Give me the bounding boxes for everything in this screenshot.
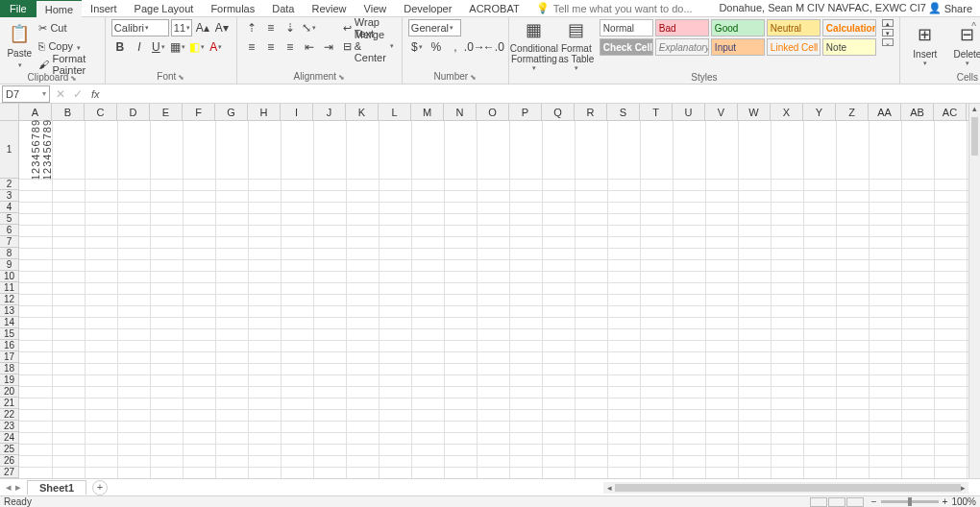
column-header-T[interactable]: T [640,104,673,121]
column-header-AC[interactable]: AC [934,104,967,121]
cut-button[interactable]: ✂Cut [37,19,98,36]
tab-acrobat[interactable]: ACROBAT [460,0,527,17]
row-header-5[interactable]: 5 [0,213,18,225]
zoom-in-button[interactable]: + [943,496,948,507]
accounting-format-button[interactable]: $ [408,38,426,56]
column-header-N[interactable]: N [444,104,477,121]
tab-formulas[interactable]: Formulas [202,0,263,17]
align-top-button[interactable]: ⇡ [243,19,260,36]
row-header-19[interactable]: 19 [0,374,18,386]
italic-button[interactable]: I [131,38,148,56]
column-header-D[interactable]: D [117,104,150,121]
format-painter-button[interactable]: 🖌Format Painter [37,56,98,73]
row-header-4[interactable]: 4 [0,202,18,213]
tab-data[interactable]: Data [263,0,303,17]
increase-decimal-button[interactable]: .0→ [466,38,483,56]
cell-style-check[interactable]: Check Cell [600,38,653,56]
fx-button[interactable]: fx [86,88,105,100]
styles-scroll-up[interactable]: ▴ [882,19,894,27]
borders-button[interactable]: ▦ [169,38,186,56]
column-header-AB[interactable]: AB [901,104,934,121]
alignment-launcher[interactable]: ⬊ [338,73,345,82]
column-header-K[interactable]: K [346,104,379,121]
zoom-out-button[interactable]: − [871,496,877,507]
row-header-15[interactable]: 15 [0,328,18,340]
cell-style-good[interactable]: Good [711,19,765,36]
column-header-O[interactable]: O [477,104,509,121]
new-sheet-button[interactable]: + [92,480,108,495]
column-header-Y[interactable]: Y [803,104,836,121]
column-header-H[interactable]: H [248,104,281,121]
row-header-14[interactable]: 14 [0,317,18,328]
cell-style-normal[interactable]: Normal [600,19,653,36]
insert-cells-button[interactable]: ⊞Insert [906,19,944,72]
fill-color-button[interactable]: ◧ [188,38,206,56]
row-header-11[interactable]: 11 [0,282,18,294]
sheet-nav-next[interactable]: ▸ [15,481,21,494]
row-header-26[interactable]: 26 [0,455,18,467]
tab-developer[interactable]: Developer [395,0,460,17]
underline-button[interactable]: U [150,38,167,56]
normal-view-button[interactable] [810,497,827,507]
cancel-formula-button[interactable]: ✕ [52,85,69,103]
row-header-22[interactable]: 22 [0,409,18,421]
page-break-view-button[interactable] [846,497,864,507]
row-header-16[interactable]: 16 [0,340,18,351]
sheet-nav-prev[interactable]: ◂ [6,481,12,494]
styles-scroll-down[interactable]: ▾ [882,29,894,36]
row-header-24[interactable]: 24 [0,432,18,444]
column-header-M[interactable]: M [411,104,444,121]
sheet-tab-1[interactable]: Sheet1 [27,480,86,495]
font-color-button[interactable]: A [208,38,225,56]
horizontal-scrollbar[interactable]: ◂ ▸ [603,482,968,494]
orientation-button[interactable]: ⤡ [301,19,318,36]
cell-b1[interactable]: 123456789 [31,121,63,179]
increase-indent-button[interactable]: ⇥ [320,38,337,56]
column-header-AA[interactable]: AA [869,104,901,121]
page-layout-view-button[interactable] [828,497,845,507]
column-header-R[interactable]: R [575,104,607,121]
vscroll-thumb[interactable] [971,117,978,156]
styles-more[interactable]: ⌄ [882,38,894,46]
column-header-J[interactable]: J [313,104,346,121]
column-header-G[interactable]: G [215,104,248,121]
row-header-2[interactable]: 2 [0,179,18,190]
font-name-combo[interactable]: Calibri [111,19,169,36]
decrease-indent-button[interactable]: ⇤ [301,38,318,56]
column-header-V[interactable]: V [705,104,738,121]
row-header-12[interactable]: 12 [0,294,18,305]
paste-button[interactable]: 📋 Paste [6,19,33,72]
column-header-F[interactable]: F [183,104,215,121]
align-left-button[interactable]: ≡ [243,38,260,56]
row-header-9[interactable]: 9 [0,259,18,271]
scroll-up-button[interactable]: ▴ [969,104,980,115]
zoom-level[interactable]: 100% [951,496,976,507]
row-header-18[interactable]: 18 [0,363,18,374]
tab-home[interactable]: Home [37,0,82,18]
decrease-font-button[interactable]: A▾ [213,19,231,36]
font-launcher[interactable]: ⬊ [178,73,184,82]
align-middle-button[interactable]: ≡ [262,19,280,36]
row-header-25[interactable]: 25 [0,444,18,455]
column-header-E[interactable]: E [150,104,183,121]
row-header-20[interactable]: 20 [0,386,18,398]
cell-style-calculation[interactable]: Calculation [822,19,876,36]
select-all-button[interactable] [0,104,19,121]
cell-style-linked[interactable]: Linked Cell [767,38,821,56]
cell-style-bad[interactable]: Bad [655,19,709,36]
align-bottom-button[interactable]: ⇣ [282,19,299,36]
font-size-combo[interactable]: 11 [171,19,192,36]
row-header-6[interactable]: 6 [0,225,18,236]
hscroll-thumb[interactable] [615,484,961,492]
column-header-P[interactable]: P [509,104,542,121]
row-header-1[interactable]: 1 [0,121,18,179]
tab-view[interactable]: View [355,0,396,17]
merge-center-button[interactable]: ⊟Merge & Center [341,37,396,55]
column-header-I[interactable]: I [281,104,313,121]
cell-style-note[interactable]: Note [822,38,876,56]
column-header-Q[interactable]: Q [542,104,575,121]
cell-style-explanatory[interactable]: Explanatory ... [655,38,709,56]
number-launcher[interactable]: ⬊ [470,73,477,82]
row-header-21[interactable]: 21 [0,398,18,409]
tab-file[interactable]: File [0,0,37,17]
